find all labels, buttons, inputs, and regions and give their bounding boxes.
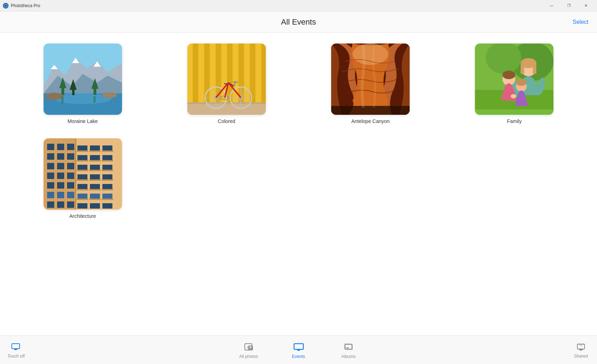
title-bar-controls: — ❐ ✕ xyxy=(543,0,594,11)
svg-rect-159 xyxy=(579,349,583,350)
albums-icon xyxy=(343,341,354,353)
svg-rect-152 xyxy=(297,349,300,350)
shared-label: Shared xyxy=(574,354,588,359)
content-area: All Events Select xyxy=(0,11,597,364)
title-bar: Phototheca Pro — ❐ ✕ xyxy=(0,0,597,11)
svg-rect-153 xyxy=(298,350,300,351)
event-thumb-colored xyxy=(187,43,266,115)
svg-rect-108 xyxy=(102,150,113,152)
tab-albums[interactable]: Albums xyxy=(338,341,359,359)
svg-rect-91 xyxy=(47,173,54,179)
restore-button[interactable]: ❐ xyxy=(561,0,577,11)
svg-rect-116 xyxy=(77,170,88,171)
svg-point-75 xyxy=(516,79,527,86)
architecture-image xyxy=(44,138,122,210)
svg-rect-100 xyxy=(47,201,54,208)
svg-rect-112 xyxy=(89,160,101,162)
event-thumb-architecture xyxy=(44,138,122,210)
event-thumb-moraine-lake xyxy=(44,43,122,115)
svg-rect-137 xyxy=(102,194,112,199)
main-content: Moraine Lake xyxy=(0,33,597,335)
svg-rect-128 xyxy=(77,189,88,190)
events-grid: Moraine Lake xyxy=(21,43,576,219)
event-item-family[interactable]: Family xyxy=(453,43,576,124)
app-icon xyxy=(3,3,9,9)
svg-rect-82 xyxy=(47,144,54,150)
svg-rect-123 xyxy=(90,174,100,180)
svg-rect-122 xyxy=(77,179,88,181)
svg-rect-88 xyxy=(47,163,54,169)
svg-rect-109 xyxy=(77,155,87,160)
svg-rect-148 xyxy=(248,346,253,350)
albums-label: Albums xyxy=(341,354,355,359)
svg-rect-115 xyxy=(77,165,87,170)
svg-rect-96 xyxy=(67,182,74,189)
svg-rect-160 xyxy=(580,350,582,350)
svg-point-18 xyxy=(102,92,117,98)
tab-bar-wrapper: Touch off A xyxy=(0,335,597,364)
page-header: All Events Select xyxy=(0,11,597,33)
svg-rect-131 xyxy=(102,184,112,189)
tab-bar-center: A All photos xyxy=(0,336,597,364)
moraine-lake-image xyxy=(44,43,122,115)
antelope-canyon-image xyxy=(331,43,410,115)
minimize-button[interactable]: — xyxy=(543,0,560,11)
title-bar-left: Phototheca Pro xyxy=(3,3,40,9)
shared-tab[interactable]: Shared xyxy=(565,335,597,364)
event-item-antelope-canyon[interactable]: Antelope Canyon xyxy=(309,43,432,124)
svg-point-17 xyxy=(45,93,63,100)
touch-off-tab[interactable]: Touch off xyxy=(0,335,32,364)
svg-rect-151 xyxy=(294,344,303,349)
svg-rect-89 xyxy=(57,163,64,169)
tab-events[interactable]: Events xyxy=(288,341,309,359)
shared-icon xyxy=(575,341,587,352)
svg-rect-121 xyxy=(77,174,87,180)
svg-rect-36 xyxy=(187,102,266,115)
svg-rect-157 xyxy=(347,348,349,348)
svg-rect-156 xyxy=(346,347,349,348)
svg-rect-102 xyxy=(67,201,74,208)
svg-rect-77 xyxy=(475,109,553,115)
app-title-text: Phototheca Pro xyxy=(11,3,40,8)
events-label: Events xyxy=(292,354,305,359)
svg-rect-19 xyxy=(61,96,64,103)
svg-rect-139 xyxy=(77,203,87,209)
svg-rect-134 xyxy=(77,199,88,200)
svg-rect-104 xyxy=(77,150,88,152)
close-button[interactable]: ✕ xyxy=(578,0,594,11)
svg-rect-103 xyxy=(77,145,87,151)
svg-rect-117 xyxy=(90,165,100,170)
svg-rect-101 xyxy=(57,201,64,208)
svg-rect-90 xyxy=(67,163,74,169)
select-button[interactable]: Select xyxy=(573,19,588,25)
svg-rect-105 xyxy=(90,145,100,151)
svg-rect-142 xyxy=(75,138,76,210)
svg-rect-84 xyxy=(67,144,74,150)
svg-rect-138 xyxy=(102,199,113,200)
event-item-colored[interactable]: Colored xyxy=(165,43,288,124)
event-label-architecture: Architecture xyxy=(69,213,96,219)
svg-rect-61 xyxy=(331,106,410,115)
svg-rect-135 xyxy=(90,194,100,199)
event-thumb-antelope-canyon xyxy=(331,43,410,115)
svg-point-2 xyxy=(5,5,7,6)
svg-rect-144 xyxy=(14,349,17,349)
svg-point-76 xyxy=(511,94,516,98)
svg-rect-129 xyxy=(90,184,100,189)
event-item-architecture[interactable]: Architecture xyxy=(21,138,144,219)
svg-rect-113 xyxy=(102,155,112,160)
svg-rect-111 xyxy=(90,155,100,160)
svg-rect-99 xyxy=(67,192,74,198)
svg-rect-85 xyxy=(47,153,54,160)
svg-rect-140 xyxy=(90,203,100,209)
svg-rect-118 xyxy=(89,170,101,171)
event-item-moraine-lake[interactable]: Moraine Lake xyxy=(21,43,144,124)
svg-point-150 xyxy=(249,347,250,348)
tab-all-photos[interactable]: A All photos xyxy=(238,341,259,359)
svg-rect-145 xyxy=(15,349,17,350)
svg-rect-119 xyxy=(102,165,112,170)
svg-rect-68 xyxy=(521,63,524,74)
svg-rect-95 xyxy=(57,182,64,189)
svg-rect-94 xyxy=(47,182,54,189)
svg-rect-114 xyxy=(102,160,113,162)
